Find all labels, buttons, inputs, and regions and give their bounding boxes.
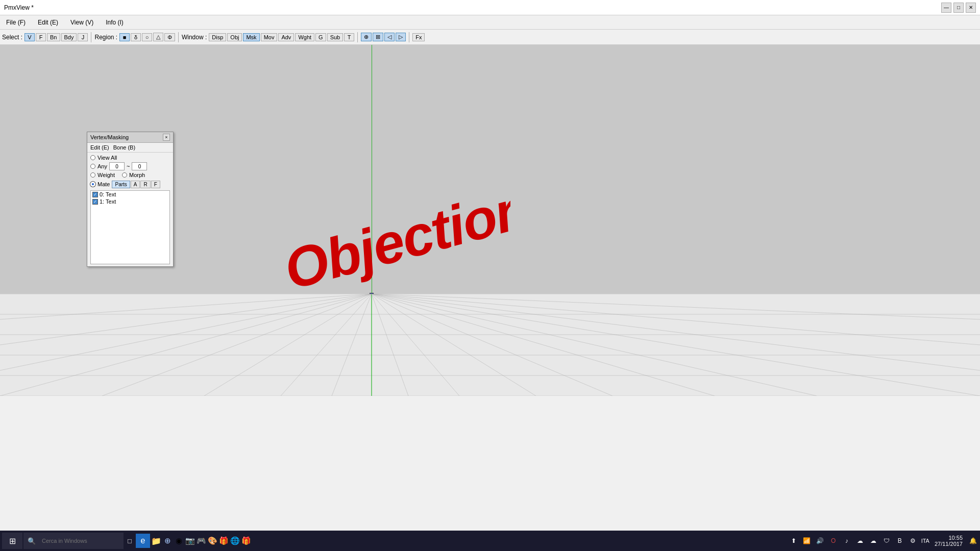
tray-sound[interactable]: 🔊 (815, 536, 825, 546)
tray-notification[interactable]: 🔔 (968, 536, 978, 546)
toolbar-v-btn[interactable]: V (24, 33, 35, 41)
taskbar-gift1[interactable]: 🎁 (218, 536, 229, 546)
toolbar-f-btn[interactable]: F (36, 33, 46, 41)
vm-label-weight: Weight (97, 172, 115, 178)
vm-panel-title: Vertex/Masking × (87, 132, 173, 143)
maximize-button[interactable]: □ (953, 3, 964, 13)
toolbar-nav3-btn[interactable]: ◁ (384, 33, 395, 41)
menu-view[interactable]: View (V) (66, 18, 97, 27)
vm-panel-content: View All Any ~ Weight Morph (87, 153, 173, 266)
toolbar-disp-btn[interactable]: Disp (209, 33, 226, 41)
vm-list: 0: Text 1: Text (90, 190, 170, 264)
vm-panel-title-text: Vertex/Masking (90, 134, 129, 140)
tray-bluetooth[interactable]: B (895, 536, 905, 546)
toolbar-adv-btn[interactable]: Adv (278, 33, 294, 41)
vm-tab-parts[interactable]: Parts (112, 181, 130, 188)
toolbar-sq-btn[interactable]: ■ (119, 33, 130, 41)
menu-file[interactable]: File (F) (2, 18, 30, 27)
svg-line-20 (0, 294, 372, 345)
vm-checkbox-1[interactable] (92, 199, 98, 205)
toolbar-nav1-btn[interactable]: ⊕ (361, 33, 372, 41)
toolbar-wght-btn[interactable]: Wght (295, 33, 314, 41)
vm-tab-f[interactable]: F (151, 181, 160, 188)
taskbar-game1[interactable]: 🎮 (196, 536, 206, 546)
taskbar-paint[interactable]: 🎨 (207, 536, 217, 546)
vm-panel: Vertex/Masking × Edit (E) Bone (B) View … (87, 132, 174, 267)
toolbar-bdy-btn[interactable]: Bdy (61, 33, 77, 41)
vm-input-any1[interactable] (109, 162, 125, 170)
toolbar-g-btn[interactable]: G (315, 33, 326, 41)
taskbar-gift2[interactable]: 🎁 (241, 536, 251, 546)
svg-line-17 (372, 294, 715, 396)
start-button[interactable]: ⊞ (2, 533, 22, 549)
vm-input-any2[interactable] (132, 162, 147, 170)
toolbar-obj-btn[interactable]: Obj (227, 33, 242, 41)
toolbar-circle-btn[interactable]: ○ (142, 33, 152, 41)
svg-line-19 (372, 294, 980, 396)
taskbar-right: ⬆ 📶 🔊 O ♪ ☁ ☁ 🛡 B ⚙ ITA 10:55 27/11/2017… (789, 535, 978, 547)
select-label: Select : (2, 34, 22, 41)
tray-music[interactable]: ♪ (842, 536, 852, 546)
vm-radio-any[interactable] (90, 164, 95, 169)
toolbar-sep4 (409, 32, 409, 42)
tray-cloud[interactable]: ☁ (855, 536, 865, 546)
close-button[interactable]: ✕ (966, 3, 976, 13)
menu-info[interactable]: Info (I) (102, 18, 128, 27)
vm-panel-menu: Edit (E) Bone (B) (87, 143, 173, 153)
vm-radio-weight[interactable] (90, 172, 95, 178)
toolbar-bn-btn[interactable]: Bn (47, 33, 60, 41)
toolbar-phi-btn[interactable]: Φ (164, 33, 175, 41)
toolbar-j-btn[interactable]: J (78, 33, 88, 41)
vm-radio-material[interactable] (90, 182, 95, 187)
toolbar-triangle-btn[interactable]: △ (153, 33, 163, 41)
vm-tilde: ~ (127, 163, 130, 169)
toolbar-nav4-btn[interactable]: ▷ (396, 33, 406, 41)
toolbar-t-btn[interactable]: T (344, 33, 354, 41)
taskbar-edge[interactable]: e (136, 534, 150, 548)
svg-line-18 (372, 294, 817, 396)
vm-label-any: Any (97, 163, 107, 169)
toolbar-sub-btn[interactable]: Sub (327, 33, 344, 41)
minimize-button[interactable]: — (941, 3, 951, 13)
toolbar-sep3 (357, 32, 358, 42)
svg-line-10 (281, 294, 372, 396)
toolbar-msk-btn[interactable]: Msk (243, 33, 259, 41)
tray-office[interactable]: O (828, 536, 839, 546)
vm-close-button[interactable]: × (163, 134, 170, 141)
toolbar-delta-btn[interactable]: δ (131, 33, 141, 41)
tray-settings[interactable]: ⚙ (908, 536, 918, 546)
vm-radio-viewall[interactable] (90, 155, 95, 160)
tray-network[interactable]: 📶 (802, 536, 812, 546)
svg-line-14 (372, 294, 459, 396)
vm-tab-a[interactable]: A (131, 181, 140, 188)
date-display: 27/11/2017 (935, 541, 963, 547)
region-label: Region : (94, 34, 117, 41)
toolbar-mov-btn[interactable]: Mov (261, 33, 278, 41)
taskbar-store[interactable]: ⊕ (162, 536, 173, 546)
taskbar-multidesktop[interactable]: ◻ (125, 536, 135, 546)
toolbar-nav2-btn[interactable]: ⊞ (373, 33, 383, 41)
search-input[interactable] (38, 534, 119, 547)
vm-menu-bone[interactable]: Bone (B) (113, 144, 135, 151)
svg-line-15 (372, 294, 536, 396)
taskbar-search-btn[interactable]: 🔍 (23, 533, 124, 549)
taskbar-web[interactable]: 🌐 (230, 536, 240, 546)
list-item-0[interactable]: 0: Text (91, 191, 169, 198)
vm-radio-morph[interactable] (122, 172, 127, 178)
vm-tabs: Parts A R F (112, 181, 160, 188)
tray-antivirus[interactable]: 🛡 (881, 536, 892, 546)
taskbar-explorer[interactable]: 📁 (151, 536, 161, 546)
toolbar-fx-btn[interactable]: Fx (412, 33, 425, 41)
svg-line-24 (372, 294, 980, 370)
list-item-1[interactable]: 1: Text (91, 198, 169, 205)
toolbar: Select : V F Bn Bdy J Region : ■ δ ○ △ Φ… (0, 30, 980, 45)
vm-tab-r[interactable]: R (140, 181, 150, 188)
tray-up-arrow[interactable]: ⬆ (789, 536, 799, 546)
taskbar-media[interactable]: 📷 (185, 536, 195, 546)
vm-menu-edit[interactable]: Edit (E) (90, 144, 109, 151)
menu-edit[interactable]: Edit (E) (34, 18, 62, 27)
svg-line-7 (0, 294, 372, 396)
tray-cloud2[interactable]: ☁ (868, 536, 878, 546)
taskbar-chrome[interactable]: ◉ (174, 536, 184, 546)
vm-checkbox-0[interactable] (92, 192, 98, 197)
